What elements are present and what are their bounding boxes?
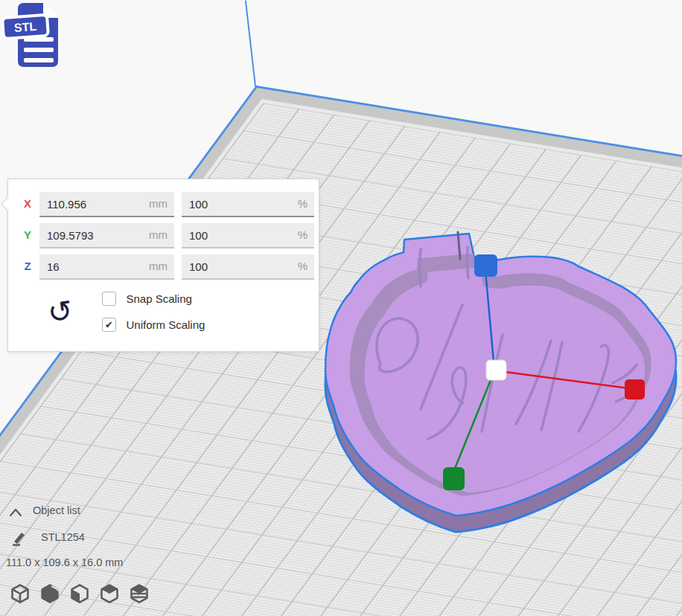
view-top-icon <box>68 583 91 604</box>
object-list-item-name[interactable]: STL1254 <box>41 531 85 543</box>
gizmo-z-handle[interactable] <box>474 254 497 277</box>
x-percent-input[interactable] <box>182 192 314 216</box>
snap-scaling-row: Snap Scaling <box>102 292 192 307</box>
axis-label-y: Y <box>19 223 36 247</box>
camera-view-toolbar <box>9 583 150 604</box>
y-percent-field: % <box>182 223 314 248</box>
view-3d-icon <box>9 583 31 604</box>
plate-corner-axis-line <box>245 1 256 86</box>
gizmo-center-handle[interactable] <box>486 360 506 380</box>
reset-arrow-icon: ↺ <box>42 290 80 333</box>
gizmo-x-handle[interactable] <box>625 379 645 400</box>
stl-badge-label: STL <box>13 20 37 34</box>
gizmo-y-handle[interactable] <box>443 467 465 490</box>
view-left-icon <box>98 583 121 604</box>
object-list-title[interactable]: Object list <box>33 504 80 516</box>
scale-row-z: Z mm % <box>8 254 319 278</box>
x-percent-field: % <box>182 192 314 217</box>
view-right-button[interactable] <box>128 583 150 604</box>
z-mm-input[interactable] <box>39 254 174 278</box>
scale-row-y: Y mm % <box>8 223 319 247</box>
view-left-button[interactable] <box>98 583 121 604</box>
pencil-icon[interactable] <box>10 530 27 546</box>
stl-file-icon: STL <box>1 0 67 71</box>
stl-badge: STL <box>2 15 48 39</box>
uniform-check-glyph: ✔ <box>103 318 115 331</box>
view-front-icon <box>39 583 61 604</box>
chevron-up-icon[interactable] <box>9 507 22 517</box>
y-mm-input[interactable] <box>39 223 174 247</box>
model-heart-mold[interactable] <box>316 216 682 536</box>
y-mm-field: mm <box>39 223 174 248</box>
scale-row-x: X mm % <box>8 192 319 216</box>
snap-scaling-label: Snap Scaling <box>126 292 191 305</box>
view-front-button[interactable] <box>39 583 61 604</box>
z-percent-field: % <box>182 254 314 280</box>
z-percent-input[interactable] <box>182 254 314 278</box>
view-right-icon <box>128 583 150 604</box>
view-top-button[interactable] <box>68 583 91 604</box>
object-list-hud: Object list STL1254 111.0 x 109.6 x 16.0… <box>0 498 208 616</box>
axis-label-z: Z <box>19 254 36 278</box>
x-mm-field: mm <box>39 192 174 217</box>
scale-tool-panel: X mm % Y mm % Z mm <box>7 179 319 352</box>
y-percent-input[interactable] <box>182 223 314 247</box>
snap-scaling-checkbox[interactable] <box>102 292 116 306</box>
uniform-scaling-row: ✔ Uniform Scaling <box>102 318 205 333</box>
document-lines <box>24 37 54 62</box>
model-dimensions-label: 111.0 x 109.6 x 16.0 mm <box>6 556 123 568</box>
viewport-3d[interactable]: STL X mm % Y mm % <box>0 0 682 616</box>
view-3d-button[interactable] <box>9 583 31 604</box>
axis-label-x: X <box>19 192 36 216</box>
reset-scale-button[interactable]: ↺ <box>44 291 77 333</box>
z-mm-field: mm <box>39 254 174 280</box>
uniform-scaling-checkbox[interactable]: ✔ <box>102 318 116 332</box>
x-mm-input[interactable] <box>39 192 174 216</box>
uniform-scaling-label: Uniform Scaling <box>126 318 205 331</box>
